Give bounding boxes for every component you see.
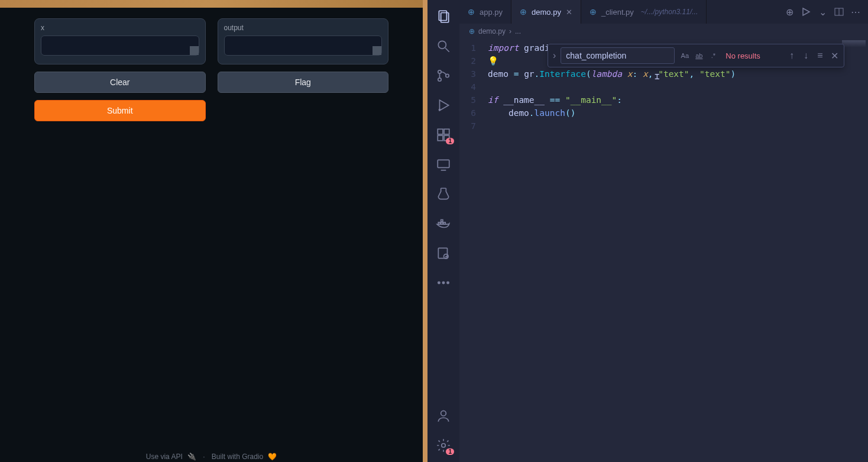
svg-point-5 [438, 78, 441, 81]
python-icon: ⊕ [468, 7, 475, 17]
svg-point-2 [438, 41, 446, 49]
footer-built-link[interactable]: Built with Gradio [212, 453, 263, 461]
clear-button[interactable]: Clear [34, 72, 206, 93]
lightbulb-icon[interactable]: 💡 [488, 56, 498, 66]
tab-app-py[interactable]: ⊕ app.py [459, 0, 511, 24]
match-whole-word-icon[interactable]: ab [692, 49, 705, 62]
svg-line-3 [445, 48, 449, 52]
line-number: 4 [459, 80, 478, 93]
svg-rect-18 [441, 220, 443, 222]
run-icon[interactable] [801, 7, 811, 17]
svg-rect-10 [444, 129, 449, 134]
vscode-window: 1 1 ⊕ app.py [427, 0, 868, 462]
svg-point-24 [441, 411, 446, 416]
gradio-interface: x Clear Submit output Flag [0, 8, 423, 462]
run-debug-icon[interactable] [435, 97, 452, 114]
activity-bar: 1 1 [427, 0, 459, 462]
editor-actions: ⊕ ⌄ ⋯ [777, 0, 868, 24]
chevron-right-icon: › [509, 27, 511, 35]
svg-point-21 [438, 282, 440, 283]
docker-icon[interactable] [435, 215, 452, 232]
prev-match-icon[interactable]: ↑ [786, 50, 798, 62]
svg-point-4 [438, 70, 441, 73]
input-textarea[interactable] [41, 35, 199, 56]
svg-point-23 [447, 282, 449, 283]
python-icon: ⊕ [520, 7, 527, 17]
find-input[interactable] [561, 47, 675, 64]
find-results-text: No results [726, 51, 760, 60]
code-editor[interactable]: 1 2 3 4 5 6 7 import gradio as gr 💡 demo… [459, 39, 868, 462]
line-number: 2 [459, 54, 478, 67]
manage-badge: 1 [446, 448, 454, 455]
footer-api-icon: 🔌 [187, 453, 196, 461]
find-in-selection-icon[interactable]: ≡ [814, 50, 826, 62]
line-number: 7 [459, 119, 478, 133]
svg-marker-26 [803, 8, 809, 15]
python-icon: ⊕ [469, 27, 475, 35]
remote-icon[interactable] [435, 156, 452, 173]
breadcrumb-more: ... [515, 27, 521, 35]
split-editor-icon[interactable] [834, 7, 844, 17]
source-control-icon[interactable] [435, 67, 452, 84]
explorer-icon[interactable] [435, 8, 452, 25]
extensions-badge: 1 [446, 138, 454, 144]
breadcrumb[interactable]: ⊕ demo.py › ... [459, 24, 868, 39]
close-icon[interactable]: ✕ [566, 8, 572, 17]
tab-demo-py[interactable]: ⊕ demo.py ✕ [511, 0, 581, 24]
line-number: 6 [459, 106, 478, 119]
breadcrumb-file: demo.py [478, 27, 506, 35]
footer-built-icon: 🧡 [268, 453, 277, 461]
footer-api-link[interactable]: Use via API [146, 453, 183, 461]
more-actions-icon[interactable]: ⋯ [850, 7, 861, 17]
line-gutter: 1 2 3 4 5 6 7 [459, 41, 488, 462]
svg-point-25 [442, 444, 446, 448]
text-cursor-icon: ⌶ [655, 70, 659, 83]
input-label: x [41, 24, 199, 32]
tab-path: ~/.../python3.11/... [641, 8, 698, 16]
search-icon[interactable] [435, 38, 452, 54]
output-block: output [218, 18, 389, 64]
input-block: x [34, 18, 206, 64]
next-match-icon[interactable]: ↓ [800, 50, 812, 62]
testing-icon[interactable] [435, 186, 452, 202]
more-icon[interactable] [435, 274, 452, 291]
line-number: 1 [459, 41, 478, 54]
flag-button[interactable]: Flag [218, 72, 389, 93]
manage-gear-icon[interactable]: 1 [435, 437, 452, 454]
gradio-footer: Use via API🔌 · Built with Gradio🧡 [0, 451, 423, 462]
browser-chrome-strip [0, 0, 423, 8]
editor-area: ⊕ app.py ⊕ demo.py ✕ ⊕ _client.py ~/.../… [459, 0, 868, 462]
extensions-icon[interactable]: 1 [435, 127, 452, 143]
submit-button[interactable]: Submit [34, 100, 206, 121]
svg-point-22 [442, 282, 444, 283]
tab-label: _client.py [601, 8, 634, 17]
line-number: 5 [459, 93, 478, 106]
find-widget: › Aa ab .* No results ↑ ↓ ≡ ✕ [548, 44, 844, 67]
match-case-icon[interactable]: Aa [678, 49, 691, 62]
tab-label: demo.py [532, 8, 561, 17]
footer-sep: · [203, 453, 205, 461]
close-find-icon[interactable]: ✕ [828, 50, 840, 62]
tab-label: app.py [480, 8, 503, 17]
use-regex-icon[interactable]: .* [707, 49, 720, 62]
svg-rect-9 [438, 129, 443, 134]
line-number: 3 [459, 67, 478, 80]
svg-point-6 [446, 74, 449, 77]
svg-marker-7 [440, 100, 449, 110]
chevron-down-icon[interactable]: ⌄ [817, 7, 828, 17]
split-divider[interactable] [423, 0, 427, 462]
browser-gradio-app: x Clear Submit output Flag Use via API🔌 … [0, 0, 423, 462]
svg-rect-13 [438, 160, 449, 167]
python-env-icon[interactable]: ⊕ [784, 7, 795, 17]
svg-rect-11 [438, 135, 443, 141]
output-textarea[interactable] [224, 35, 383, 56]
output-label: output [224, 24, 383, 32]
python-icon: ⊕ [590, 7, 597, 17]
find-toggle-replace-icon[interactable]: › [552, 49, 557, 62]
tab-bar: ⊕ app.py ⊕ demo.py ✕ ⊕ _client.py ~/.../… [459, 0, 868, 24]
accounts-icon[interactable] [435, 408, 452, 424]
tab-client-py[interactable]: ⊕ _client.py ~/.../python3.11/... [581, 0, 707, 24]
settings-sync-icon[interactable] [435, 245, 452, 261]
code-content[interactable]: import gradio as gr 💡 demo = gr.Interfac… [488, 41, 868, 462]
